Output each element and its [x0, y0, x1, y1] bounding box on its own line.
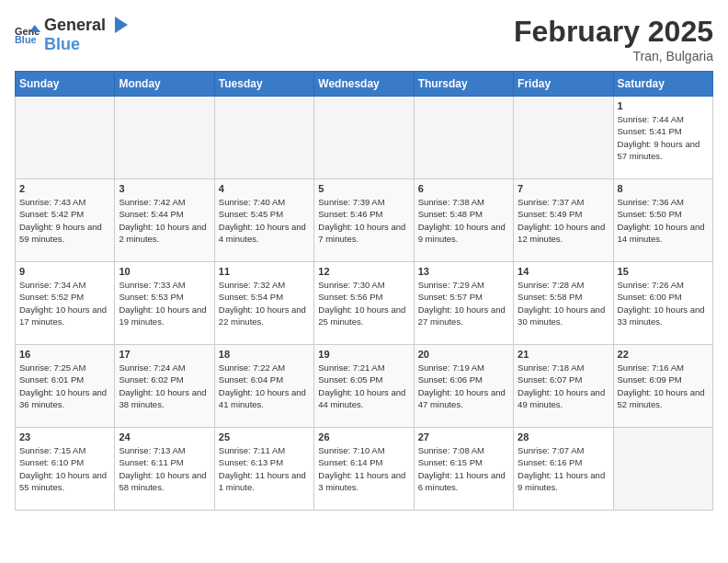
calendar-cell: 14Sunrise: 7:28 AM Sunset: 5:58 PM Dayli…: [514, 262, 613, 345]
calendar-cell: 3Sunrise: 7:42 AM Sunset: 5:44 PM Daylig…: [115, 179, 214, 262]
day-info: Sunrise: 7:32 AM Sunset: 5:54 PM Dayligh…: [219, 279, 310, 327]
day-number: 21: [518, 349, 609, 360]
day-info: Sunrise: 7:37 AM Sunset: 5:49 PM Dayligh…: [518, 196, 609, 245]
calendar-cell: 11Sunrise: 7:32 AM Sunset: 5:54 PM Dayli…: [214, 262, 313, 345]
logo-arrow-icon: [108, 15, 128, 35]
day-info: Sunrise: 7:13 AM Sunset: 6:11 PM Dayligh…: [119, 444, 210, 493]
calendar-cell: 6Sunrise: 7:38 AM Sunset: 5:48 PM Daylig…: [414, 179, 513, 262]
day-info: Sunrise: 7:34 AM Sunset: 5:52 PM Dayligh…: [19, 279, 110, 327]
calendar-cell: 1Sunrise: 7:44 AM Sunset: 5:41 PM Daylig…: [613, 97, 712, 179]
day-number: 17: [119, 349, 210, 360]
day-info: Sunrise: 7:28 AM Sunset: 5:58 PM Dayligh…: [518, 279, 609, 327]
logo: General Blue General Blue: [15, 15, 128, 54]
column-header-monday: Monday: [115, 72, 214, 97]
calendar-cell: 4Sunrise: 7:40 AM Sunset: 5:45 PM Daylig…: [214, 179, 313, 262]
day-number: 13: [418, 266, 509, 277]
day-number: 3: [119, 183, 210, 194]
calendar-cell: 22Sunrise: 7:16 AM Sunset: 6:09 PM Dayli…: [613, 345, 712, 428]
day-number: 23: [19, 431, 110, 442]
calendar-cell: 2Sunrise: 7:43 AM Sunset: 5:42 PM Daylig…: [16, 179, 115, 262]
calendar-header-row: SundayMondayTuesdayWednesdayThursdayFrid…: [16, 72, 713, 97]
svg-marker-3: [115, 17, 128, 33]
day-info: Sunrise: 7:40 AM Sunset: 5:45 PM Dayligh…: [219, 196, 310, 245]
svg-text:Blue: Blue: [15, 34, 37, 45]
day-number: 25: [219, 431, 310, 442]
column-header-friday: Friday: [514, 72, 613, 97]
day-info: Sunrise: 7:42 AM Sunset: 5:44 PM Dayligh…: [119, 196, 210, 245]
calendar-cell: 9Sunrise: 7:34 AM Sunset: 5:52 PM Daylig…: [16, 262, 115, 345]
calendar-week-row: 16Sunrise: 7:25 AM Sunset: 6:01 PM Dayli…: [16, 345, 713, 428]
day-number: 18: [219, 349, 310, 360]
calendar-cell: 17Sunrise: 7:24 AM Sunset: 6:02 PM Dayli…: [115, 345, 214, 428]
calendar-cell: 21Sunrise: 7:18 AM Sunset: 6:07 PM Dayli…: [514, 345, 613, 428]
calendar-cell: 25Sunrise: 7:11 AM Sunset: 6:13 PM Dayli…: [214, 428, 313, 511]
day-info: Sunrise: 7:16 AM Sunset: 6:09 PM Dayligh…: [618, 362, 709, 410]
calendar-cell: 18Sunrise: 7:22 AM Sunset: 6:04 PM Dayli…: [214, 345, 313, 428]
calendar-cell: [115, 97, 214, 179]
calendar-cell: 27Sunrise: 7:08 AM Sunset: 6:15 PM Dayli…: [414, 428, 513, 511]
calendar-cell: 10Sunrise: 7:33 AM Sunset: 5:53 PM Dayli…: [115, 262, 214, 345]
day-number: 26: [318, 431, 409, 442]
calendar-cell: [314, 97, 414, 179]
column-header-thursday: Thursday: [414, 72, 513, 97]
logo-icon: General Blue: [15, 22, 40, 48]
day-number: 1: [618, 100, 709, 111]
day-number: 16: [19, 349, 110, 360]
day-info: Sunrise: 7:39 AM Sunset: 5:46 PM Dayligh…: [318, 196, 409, 245]
day-number: 15: [618, 266, 709, 277]
calendar-week-row: 1Sunrise: 7:44 AM Sunset: 5:41 PM Daylig…: [16, 97, 713, 179]
calendar-cell: 12Sunrise: 7:30 AM Sunset: 5:56 PM Dayli…: [314, 262, 414, 345]
day-info: Sunrise: 7:22 AM Sunset: 6:04 PM Dayligh…: [219, 362, 310, 410]
day-number: 14: [518, 266, 609, 277]
day-info: Sunrise: 7:29 AM Sunset: 5:57 PM Dayligh…: [418, 279, 509, 327]
day-info: Sunrise: 7:43 AM Sunset: 5:42 PM Dayligh…: [19, 196, 110, 245]
day-number: 11: [219, 266, 310, 277]
calendar-cell: [613, 428, 712, 511]
day-info: Sunrise: 7:11 AM Sunset: 6:13 PM Dayligh…: [219, 444, 310, 493]
day-number: 6: [418, 183, 509, 194]
title-block: February 2025 Tran, Bulgaria: [514, 15, 713, 63]
day-number: 8: [618, 183, 709, 194]
calendar-cell: 5Sunrise: 7:39 AM Sunset: 5:46 PM Daylig…: [314, 179, 414, 262]
calendar-cell: 15Sunrise: 7:26 AM Sunset: 6:00 PM Dayli…: [613, 262, 712, 345]
calendar-subtitle: Tran, Bulgaria: [514, 49, 713, 63]
day-info: Sunrise: 7:07 AM Sunset: 6:16 PM Dayligh…: [518, 444, 609, 493]
calendar-cell: 28Sunrise: 7:07 AM Sunset: 6:16 PM Dayli…: [514, 428, 613, 511]
day-info: Sunrise: 7:10 AM Sunset: 6:14 PM Dayligh…: [318, 444, 409, 493]
day-info: Sunrise: 7:25 AM Sunset: 6:01 PM Dayligh…: [19, 362, 110, 410]
calendar-title: February 2025: [514, 15, 713, 49]
day-number: 24: [119, 431, 210, 442]
calendar-cell: 16Sunrise: 7:25 AM Sunset: 6:01 PM Dayli…: [16, 345, 115, 428]
calendar-cell: 8Sunrise: 7:36 AM Sunset: 5:50 PM Daylig…: [613, 179, 712, 262]
day-info: Sunrise: 7:15 AM Sunset: 6:10 PM Dayligh…: [19, 444, 110, 493]
day-info: Sunrise: 7:26 AM Sunset: 6:00 PM Dayligh…: [618, 279, 709, 327]
calendar-cell: 7Sunrise: 7:37 AM Sunset: 5:49 PM Daylig…: [514, 179, 613, 262]
calendar-cell: 20Sunrise: 7:19 AM Sunset: 6:06 PM Dayli…: [414, 345, 513, 428]
day-info: Sunrise: 7:30 AM Sunset: 5:56 PM Dayligh…: [318, 279, 409, 327]
calendar-cell: 26Sunrise: 7:10 AM Sunset: 6:14 PM Dayli…: [314, 428, 414, 511]
calendar-table: SundayMondayTuesdayWednesdayThursdayFrid…: [15, 71, 713, 511]
day-info: Sunrise: 7:21 AM Sunset: 6:05 PM Dayligh…: [318, 362, 409, 410]
day-number: 2: [19, 183, 110, 194]
day-number: 12: [318, 266, 409, 277]
day-number: 19: [318, 349, 409, 360]
calendar-cell: 24Sunrise: 7:13 AM Sunset: 6:11 PM Dayli…: [115, 428, 214, 511]
column-header-sunday: Sunday: [16, 72, 115, 97]
column-header-wednesday: Wednesday: [314, 72, 414, 97]
calendar-week-row: 2Sunrise: 7:43 AM Sunset: 5:42 PM Daylig…: [16, 179, 713, 262]
day-number: 28: [518, 431, 609, 442]
calendar-cell: 19Sunrise: 7:21 AM Sunset: 6:05 PM Dayli…: [314, 345, 414, 428]
day-number: 4: [219, 183, 310, 194]
calendar-cell: [214, 97, 313, 179]
day-number: 20: [418, 349, 509, 360]
day-number: 7: [518, 183, 609, 194]
calendar-cell: [16, 97, 115, 179]
day-info: Sunrise: 7:24 AM Sunset: 6:02 PM Dayligh…: [119, 362, 210, 410]
day-info: Sunrise: 7:36 AM Sunset: 5:50 PM Dayligh…: [618, 196, 709, 245]
day-info: Sunrise: 7:33 AM Sunset: 5:53 PM Dayligh…: [119, 279, 210, 327]
calendar-cell: [414, 97, 513, 179]
calendar-cell: 23Sunrise: 7:15 AM Sunset: 6:10 PM Dayli…: [16, 428, 115, 511]
day-number: 9: [19, 266, 110, 277]
page-header: General Blue General Blue February 2025 …: [15, 15, 713, 63]
day-info: Sunrise: 7:18 AM Sunset: 6:07 PM Dayligh…: [518, 362, 609, 410]
